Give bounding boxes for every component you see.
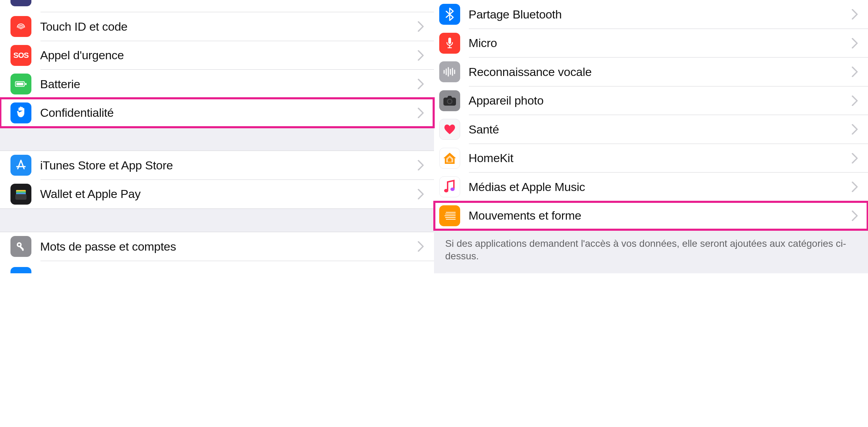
chevron-right-icon: [851, 126, 858, 133]
row-label: Touch ID et code: [40, 20, 417, 33]
wallet-icon: [10, 184, 31, 205]
row-touch-id[interactable]: Touch ID et code: [0, 12, 434, 41]
battery-icon: [10, 74, 31, 94]
row-privacy[interactable]: Confidentialité: [0, 99, 434, 128]
chevron-right-icon: [417, 243, 424, 250]
row-emergency-sos[interactable]: SOS Appel d'urgence: [0, 41, 434, 70]
chevron-right-icon: [417, 23, 424, 30]
row-label: Médias et Apple Music: [469, 180, 851, 194]
settings-group-3: Mots de passe et comptes: [0, 232, 434, 273]
row-label: Batterie: [40, 77, 417, 91]
svg-point-8: [18, 244, 20, 246]
row-label: Wallet et Apple Pay: [40, 187, 417, 201]
home-icon: [439, 148, 460, 169]
chevron-right-icon: [417, 162, 424, 169]
svg-rect-11: [448, 38, 451, 44]
row-label: iTunes Store et App Store: [40, 159, 417, 172]
row-label: HomeKit: [469, 151, 851, 165]
svg-point-23: [444, 189, 448, 192]
chevron-right-icon: [851, 97, 858, 104]
privacy-list: Partage Bluetooth Micro Reconnaissance v…: [434, 0, 868, 230]
appstore-icon: [10, 155, 31, 176]
chevron-right-icon: [417, 191, 424, 198]
row-bluetooth-sharing[interactable]: Partage Bluetooth: [434, 0, 868, 29]
motion-icon: [439, 205, 460, 226]
settings-group-2: iTunes Store et App Store Wallet et Appl…: [0, 151, 434, 208]
row-label: Appel d'urgence: [40, 48, 417, 62]
row-health[interactable]: Santé: [434, 115, 868, 144]
row-battery[interactable]: Batterie: [0, 70, 434, 99]
chevron-right-icon: [851, 155, 858, 162]
partial-icon: [10, 0, 31, 6]
sos-icon: SOS: [10, 45, 31, 66]
row-label: Reconnaissance vocale: [469, 65, 851, 79]
partial-icon: [10, 267, 31, 273]
svg-rect-2: [25, 83, 27, 85]
chevron-right-icon: [417, 81, 424, 87]
row-label: Partage Bluetooth: [469, 8, 851, 21]
chevron-right-icon: [851, 40, 858, 47]
waveform-icon: [439, 61, 460, 82]
mic-icon: [439, 33, 460, 54]
privacy-right-panel: Partage Bluetooth Micro Reconnaissance v…: [434, 0, 868, 273]
heart-icon: [439, 119, 460, 140]
chevron-right-icon: [851, 11, 858, 18]
chevron-right-icon: [851, 68, 858, 75]
row-motion-fitness[interactable]: Mouvements et forme: [434, 201, 868, 230]
chevron-right-icon: [851, 183, 858, 190]
row-label: Micro: [469, 36, 851, 50]
chevron-right-icon: [417, 52, 424, 59]
row-label: Appareil photo: [469, 94, 851, 107]
bluetooth-icon: [439, 4, 460, 25]
chevron-right-icon: [851, 212, 858, 219]
row-itunes-appstore[interactable]: iTunes Store et App Store: [0, 151, 434, 180]
privacy-footer-note: Si des applications demandent l'accès à …: [434, 230, 868, 273]
row-homekit[interactable]: HomeKit: [434, 144, 868, 173]
svg-rect-1: [16, 83, 23, 85]
row-passwords-accounts[interactable]: Mots de passe et comptes: [0, 232, 434, 261]
row-camera[interactable]: Appareil photo: [434, 86, 868, 115]
row-partial-top[interactable]: [0, 0, 434, 12]
row-label: Santé: [469, 123, 851, 136]
row-wallet-applepay[interactable]: Wallet et Apple Pay: [0, 180, 434, 209]
music-note-icon: [439, 176, 460, 197]
svg-point-22: [448, 100, 451, 103]
section-spacer: [0, 208, 434, 232]
settings-left-panel: Touch ID et code SOS Appel d'urgence Bat…: [0, 0, 434, 273]
row-speech-recognition[interactable]: Reconnaissance vocale: [434, 58, 868, 86]
row-label: Mouvements et forme: [469, 209, 851, 222]
section-spacer: [0, 127, 434, 151]
row-label: Mots de passe et comptes: [40, 240, 417, 253]
fingerprint-icon: [10, 16, 31, 37]
row-label: Confidentialité: [40, 106, 417, 120]
chevron-right-icon: [417, 109, 424, 116]
row-partial-bottom[interactable]: [0, 261, 434, 273]
svg-point-24: [450, 188, 455, 191]
row-microphone[interactable]: Micro: [434, 29, 868, 58]
camera-icon: [439, 90, 460, 111]
key-icon: [10, 236, 31, 257]
row-media-applemusic[interactable]: Médias et Apple Music: [434, 173, 868, 201]
hand-privacy-icon: [10, 102, 31, 123]
settings-group-1: Touch ID et code SOS Appel d'urgence Bat…: [0, 12, 434, 127]
